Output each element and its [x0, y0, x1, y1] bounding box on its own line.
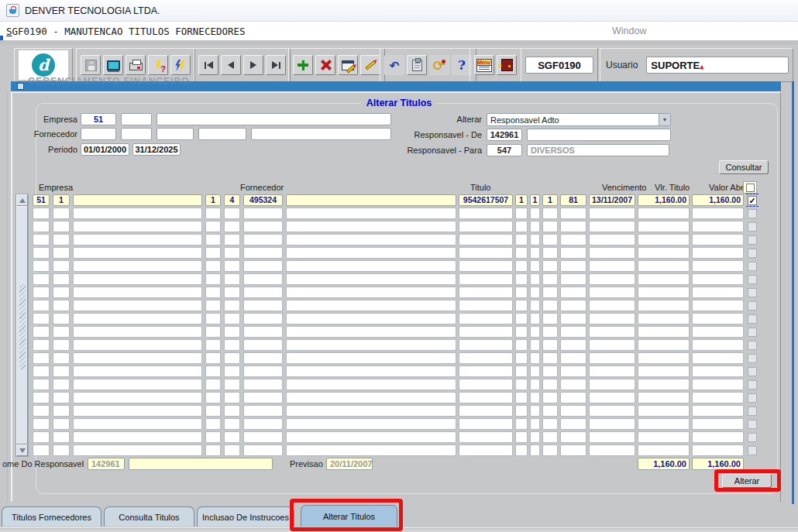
help-query-icon[interactable]: ? [148, 55, 168, 75]
grid-cell[interactable] [205, 405, 221, 417]
grid-cell[interactable] [515, 208, 528, 219]
grid-cell[interactable] [542, 379, 558, 390]
row-checkbox[interactable] [748, 235, 757, 245]
grid-cell[interactable] [205, 444, 221, 456]
grid-cell[interactable]: 1 [542, 194, 558, 206]
grid-cell[interactable] [205, 247, 221, 259]
grid-cell[interactable] [560, 208, 586, 219]
grid-cell[interactable] [33, 260, 50, 272]
grid-cell[interactable] [205, 300, 221, 311]
grid-cell[interactable] [542, 418, 558, 430]
grid-cell[interactable] [53, 234, 70, 245]
grid-cell[interactable] [542, 287, 558, 298]
grid-cell[interactable] [459, 273, 513, 285]
grid-cell[interactable] [53, 418, 70, 430]
responsavel-para-code-field[interactable]: 547 [487, 144, 522, 156]
consultar-button[interactable]: Consultar [719, 160, 769, 174]
grid-cell[interactable] [73, 287, 202, 298]
grid-cell[interactable] [515, 418, 528, 430]
grid-cell[interactable] [515, 366, 528, 377]
grid-cell[interactable] [33, 234, 50, 245]
grid-cell[interactable] [542, 392, 558, 403]
grid-cell[interactable] [53, 221, 70, 232]
grid-cell[interactable]: 1 [530, 194, 540, 206]
grid-cell[interactable] [286, 405, 456, 417]
grid-cell[interactable] [638, 444, 690, 456]
grid-cell[interactable] [692, 431, 744, 443]
grid-cell[interactable] [560, 431, 586, 443]
empresa-nome-field[interactable] [157, 113, 391, 125]
grid-cell[interactable] [638, 234, 690, 245]
grid-cell[interactable] [542, 247, 558, 259]
grid-cell[interactable] [692, 392, 744, 403]
grid-cell[interactable] [224, 234, 240, 245]
grid-cell[interactable] [589, 247, 635, 259]
grid-cell[interactable] [224, 247, 240, 259]
grid-cell[interactable] [224, 273, 240, 285]
grid-cell[interactable] [53, 326, 70, 338]
previous-record-icon[interactable] [221, 55, 241, 75]
row-checkbox[interactable] [748, 314, 757, 324]
grid-cell[interactable]: 4 [224, 194, 240, 206]
grid-cell[interactable] [560, 405, 586, 417]
execute-query-icon[interactable] [360, 55, 380, 75]
grid-cell[interactable] [33, 300, 50, 311]
grid-cell[interactable] [692, 326, 744, 338]
grid-cell[interactable] [53, 313, 70, 324]
grid-cell[interactable] [33, 366, 50, 377]
grid-cell[interactable] [243, 287, 283, 298]
grid-cell[interactable] [638, 313, 690, 324]
grid-cell[interactable] [542, 208, 558, 219]
grid-cell[interactable] [542, 300, 558, 311]
grid-cell[interactable] [243, 247, 283, 259]
grid-cell[interactable] [459, 431, 513, 443]
grid-cell[interactable] [53, 260, 70, 272]
grid-cell[interactable] [542, 221, 558, 232]
grid-cell[interactable] [73, 352, 202, 364]
menu-item-form[interactable]: SGF0190 - MANUTENCAO TITULOS FORNECEDORE… [6, 26, 246, 37]
grid-cell[interactable] [205, 431, 221, 443]
alterar-dropdown[interactable]: Responsavel Adto ▼ [487, 113, 671, 126]
grid-cell[interactable] [73, 247, 202, 259]
grid-cell[interactable] [73, 339, 202, 351]
grid-cell[interactable] [286, 273, 456, 285]
grid-cell[interactable] [243, 352, 283, 364]
grid-cell[interactable] [224, 208, 240, 219]
grid-cell[interactable] [560, 247, 586, 259]
grid-cell[interactable] [33, 392, 50, 403]
grid-cell[interactable] [73, 444, 202, 456]
mdi-window-titlebar[interactable]: GERENCIAMENTO FINANCEIRO [11, 81, 781, 91]
grid-cell[interactable] [560, 234, 586, 245]
grid-cell[interactable] [205, 221, 221, 232]
grid-cell[interactable] [459, 326, 513, 338]
grid-cell[interactable] [224, 418, 240, 430]
grid-cell[interactable] [53, 287, 70, 298]
grid-cell[interactable] [692, 379, 744, 390]
grid-cell[interactable] [243, 405, 283, 417]
grid-cell[interactable] [33, 379, 50, 390]
grid-cell[interactable] [515, 405, 528, 417]
grid-cell[interactable] [638, 366, 690, 377]
grid-cell[interactable]: 1 [515, 194, 528, 206]
grid-cell[interactable] [638, 221, 690, 232]
grid-cell[interactable] [33, 313, 50, 324]
grid-cell[interactable] [515, 221, 528, 232]
grid-cell[interactable] [53, 405, 70, 417]
grid-cell[interactable] [459, 208, 513, 219]
row-checkbox[interactable] [748, 275, 757, 284]
grid-cell[interactable] [542, 339, 558, 351]
row-checkbox[interactable] [748, 446, 757, 455]
grid-cell[interactable] [205, 287, 221, 298]
grid-cell[interactable] [530, 260, 540, 272]
delete-record-icon[interactable] [315, 55, 335, 75]
grid-cell[interactable] [530, 392, 540, 403]
undo-icon[interactable]: ↶ [384, 55, 404, 75]
empresa-code-field[interactable]: 51 [81, 113, 116, 125]
grid-cell[interactable] [459, 287, 513, 298]
row-checkbox[interactable] [748, 354, 757, 363]
grid-cell[interactable] [73, 300, 202, 311]
grid-cell[interactable] [205, 339, 221, 351]
grid-cell[interactable] [560, 339, 586, 351]
grid-cell[interactable] [33, 326, 50, 338]
grid-cell[interactable] [589, 208, 635, 219]
